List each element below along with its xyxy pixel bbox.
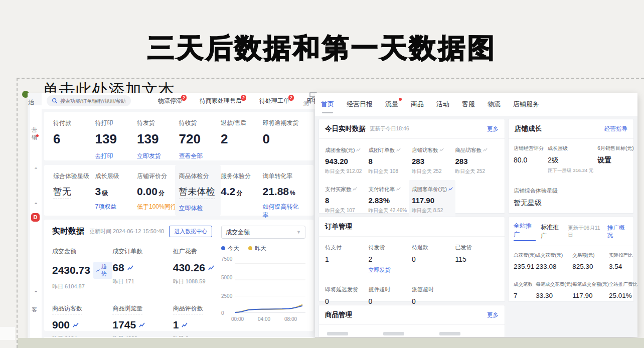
realtime-title: 实时数据 [52, 226, 84, 237]
tab-standard-promo[interactable]: 标准推广 [541, 223, 563, 240]
stat-to-receive: 待收货 720 查看全部 [179, 119, 221, 160]
metric-shipped: 已发货 115 [455, 244, 499, 274]
metric-shop-score: 店铺经营评分 80.0 [514, 145, 544, 174]
tab-logistics[interactable]: 物流 [488, 100, 501, 109]
metric-orders: 成交订单数 68 昨日 171 [112, 246, 173, 290]
growth-card-title: 店铺成长 [515, 124, 542, 133]
trend-icon[interactable] [439, 147, 444, 152]
red-dot-badge [36, 134, 39, 137]
stat-star-level: 综合体验星级 暂无 [53, 171, 95, 216]
left-dashboard-screenshot: 治 营销 ⌃ ⌃ D ⌃ 客 物流停滞2 待商家处理售后2 待处理工单2 即将损… [28, 93, 315, 342]
legend-dot-yesterday [248, 246, 252, 250]
chevron-up-icon[interactable]: ⌃ [34, 166, 38, 173]
search-input[interactable] [60, 98, 125, 104]
tab-activities[interactable]: 活动 [436, 100, 449, 109]
shop-growth-card: 店铺成长 经营指导 店铺经营评分 80.0 成长层级 2级 距下一层级 316.… [508, 119, 634, 214]
today-card-title: 今日实时数据 [325, 124, 366, 133]
view-all-link[interactable]: 查看全部 [179, 152, 221, 160]
toolbar-link-aftersale[interactable]: 待商家处理售后2 [200, 97, 247, 105]
ship-now-link[interactable]: 立即发货 [369, 266, 412, 274]
trend-badge[interactable]: 趋势 [93, 262, 112, 279]
tab-daily-report[interactable]: 经营日报 [347, 100, 373, 109]
metric-paying-buyers: 支付买家数 8 昨日全天 107 [325, 184, 369, 218]
legend-dot-today [221, 246, 225, 250]
metric-pageviews: 商品浏览量 1745 昨日 4288 [112, 303, 173, 342]
trend-icon[interactable] [396, 147, 401, 152]
notification-badge: 2 [288, 95, 294, 101]
guidance-link[interactable]: 经营指导 [604, 125, 627, 133]
order-card-title: 订单管理 [325, 222, 352, 231]
data-center-button[interactable]: 进入数据中心 [169, 226, 212, 237]
set-target-link[interactable]: 设置 [597, 156, 633, 165]
tab-traffic[interactable]: 流量 [385, 100, 398, 109]
metric-to-ship: 待发货 2 立即发货 [369, 244, 412, 274]
tab-products[interactable]: 商品 [411, 100, 424, 109]
metric-cost-per-deal: 每笔成交花费(元) 33.30 [536, 281, 572, 299]
check-now-link[interactable]: 立即体检 [179, 204, 221, 213]
tab-customer-service[interactable]: 客服 [462, 100, 475, 109]
go-print-link[interactable]: 去打印 [95, 152, 137, 160]
toolbar-link-logistics[interactable]: 物流停滞2 [158, 97, 188, 105]
realtime-chart-panel: 成交金额 ▼ 今天 昨天 7500 5000 2500 0 [221, 226, 305, 342]
trend-icon[interactable] [139, 322, 145, 328]
toolbar-link-tickets[interactable]: 待处理工单2 [259, 97, 295, 105]
improve-conversion-link[interactable]: 如何提高转化率 [263, 203, 305, 220]
promotion-card: 全站推广 标准推广 更新于06月11日 推广概况 总花费(元) 235.91 成… [508, 217, 634, 302]
chevron-down-icon: ▼ [296, 230, 301, 235]
metric-deal-spend: 成交花费(元) 233.08 [536, 252, 572, 270]
stat-to-print: 待打印 139 去打印 [95, 119, 137, 160]
search-box[interactable] [47, 95, 131, 106]
right-tab-bar: 首页 经营日报 流量 商品 活动 客服 物流 店铺服务 [315, 93, 637, 116]
trend-icon[interactable] [353, 187, 357, 191]
metric-delivery-timeout: 派签超时 0 [412, 286, 455, 305]
right-dashboard-content: 今日实时数据 更新于今日18:46 更多 成团金额(元) 943.20 昨日全天… [315, 116, 637, 337]
experience-stats-card: 综合体验星级 暂无 成长层级 3级 7项权益 店铺评价分 0.00分 低于100… [44, 165, 313, 216]
metric-gmv: 成交金额 2430.73 趋势 昨日 6104.87 [52, 246, 112, 290]
order-management-card: 订单管理 待支付 1 待发货 2 立即发货 待退款 0 [318, 217, 505, 302]
ship-now-link[interactable]: 立即发货 [137, 152, 179, 160]
trend-icon[interactable] [73, 322, 79, 328]
metric-roi: 实际投产比 3.54 [609, 252, 637, 270]
trend-icon[interactable] [356, 147, 361, 152]
promo-overview-link[interactable]: 推广概况 [607, 224, 628, 239]
metric-to-pay: 待支付 1 [325, 244, 369, 274]
left-toolbar: 物流停滞2 待商家处理售后2 待处理工单2 即将损失流量4 未读站内信68 [42, 93, 315, 109]
trend-icon[interactable] [396, 187, 401, 191]
metric-sales-target: 6月销售目标(元) 设置 [597, 145, 633, 174]
trend-icon[interactable] [127, 265, 133, 271]
legend-yesterday[interactable]: 昨天 [248, 245, 266, 252]
today-card-updated: 更新于今日18:46 [370, 125, 409, 132]
trend-icon[interactable] [182, 322, 188, 328]
metric-group-gmv: 成团金额(元) 943.20 昨日全天 912.02 [325, 145, 369, 175]
trend-icon[interactable] [448, 187, 453, 191]
stat-pending-payment: 待付款 6 [53, 119, 95, 160]
more-link[interactable]: 更多 [487, 125, 499, 133]
trend-icon[interactable] [208, 265, 214, 271]
chevron-up-icon[interactable]: ⌃ [34, 290, 38, 296]
metric-reviews: 商品评价数 1 昨日 0 [173, 303, 221, 342]
more-link[interactable]: 更多 [487, 311, 499, 319]
trend-icon[interactable] [483, 147, 488, 152]
red-dot-badge [399, 98, 402, 101]
metric-select-dropdown[interactable]: 成交金额 ▼ [221, 226, 305, 239]
legend-today[interactable]: 今天 [221, 245, 239, 252]
stat-inquiry-conversion: 询单转化率 21.88% 如何提高转化率 [263, 171, 305, 216]
app-badge-d[interactable]: D [31, 213, 40, 222]
order-stats-card: 待付款 6 待打印 139 去打印 待发货 139 立即发货 待收货 720 查… [44, 112, 313, 160]
metric-pay-conversion: 支付转化率 2.83% 昨日全天 42.46% [369, 184, 412, 218]
slide-stage: 三天后数据和第一天数据图 单击此处添加文本 治 营销 ⌃ ⌃ D ⌃ 客 物流停… [0, 0, 644, 348]
stat-overdue-ship: 即将逾期发货 0 [263, 119, 305, 160]
chevron-up-icon[interactable]: ⌃ [34, 202, 38, 208]
realtime-updated: 更新时间 2024-06-12 15:50:40 [89, 228, 164, 235]
tab-shop-services[interactable]: 店铺服务 [513, 100, 539, 109]
stat-shop-rating: 店铺评价分 0.00分 低于100%同行 [137, 171, 179, 216]
tab-home[interactable]: 首页 [321, 100, 334, 109]
metric-to-refund: 待退款 0 [412, 244, 455, 274]
sidebar-item-marketing[interactable]: 营销 [32, 126, 42, 141]
metric-group-orders: 成团订单数 8 昨日全天 108 [369, 145, 412, 175]
ads-updated: 更新于06月11日 [568, 225, 602, 239]
metric-growth-level: 成长层级 2级 距下一层级 316.24 元 [548, 145, 593, 174]
metric-visitors: 商品访客数 900 昨日 2184 [52, 303, 112, 342]
rights-link[interactable]: 7项权益 [95, 203, 137, 211]
tab-sitewide-promo[interactable]: 全站推广 [514, 222, 536, 241]
